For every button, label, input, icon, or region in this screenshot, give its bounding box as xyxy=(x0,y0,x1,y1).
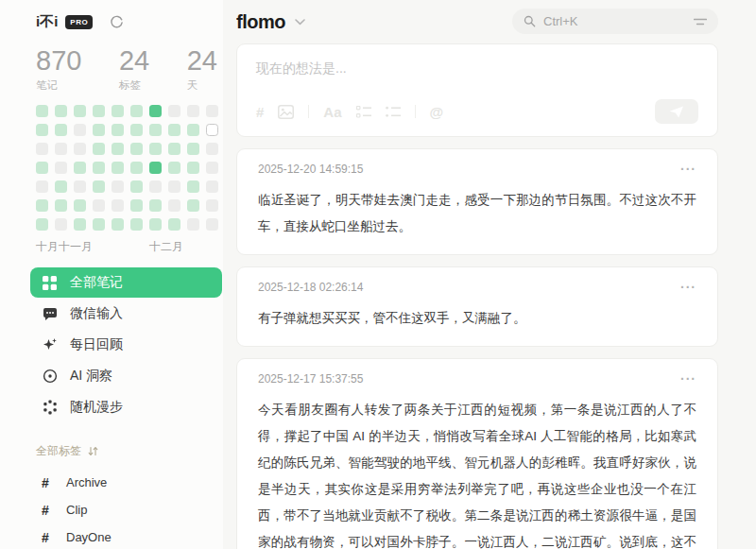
heatmap-cell[interactable] xyxy=(187,218,199,231)
heatmap-cell[interactable] xyxy=(74,218,86,231)
heatmap-cell[interactable] xyxy=(93,199,105,212)
heatmap-cell[interactable] xyxy=(149,124,162,136)
sidebar-item-all-notes[interactable]: 全部笔记 xyxy=(30,267,222,298)
heatmap-cell[interactable] xyxy=(130,124,143,136)
heatmap-cell[interactable] xyxy=(36,162,48,174)
chevron-down-icon[interactable] xyxy=(295,19,305,26)
heatmap-cell[interactable] xyxy=(130,162,143,174)
heatmap-cell[interactable] xyxy=(112,162,124,174)
sidebar-tag-archive[interactable]: #Archive xyxy=(42,469,223,496)
heatmap-cell[interactable] xyxy=(130,105,143,117)
heatmap-cell[interactable] xyxy=(130,218,143,231)
heatmap-cell[interactable] xyxy=(130,180,143,193)
heatmap-cell[interactable] xyxy=(112,143,124,155)
heatmap-cell[interactable] xyxy=(74,124,86,136)
heatmap-cell[interactable] xyxy=(187,124,199,136)
heatmap-cell[interactable] xyxy=(112,180,124,193)
tag-tool-icon[interactable]: # xyxy=(256,104,264,120)
heatmap-cell[interactable] xyxy=(187,199,199,212)
mention-tool-icon[interactable]: @ xyxy=(430,104,444,120)
sidebar-item-random-walk[interactable]: 随机漫步 xyxy=(30,392,222,422)
heatmap-cell[interactable] xyxy=(93,180,105,193)
heatmap-cell[interactable] xyxy=(93,143,105,155)
sidebar-tag-clip[interactable]: #Clip xyxy=(42,496,223,523)
heatmap-cell[interactable] xyxy=(149,105,162,117)
send-button[interactable] xyxy=(655,99,698,124)
heatmap-cell[interactable] xyxy=(206,162,218,174)
heatmap-cell[interactable] xyxy=(55,162,67,174)
stat-days[interactable]: 24 天 xyxy=(187,45,217,93)
heatmap-cell[interactable] xyxy=(55,124,67,136)
heatmap-cell[interactable] xyxy=(36,124,48,136)
heatmap-cell[interactable] xyxy=(74,180,86,193)
heatmap-cell[interactable] xyxy=(206,199,218,212)
heatmap-cell[interactable] xyxy=(187,180,199,193)
heatmap-cell[interactable] xyxy=(149,180,162,193)
heatmap-cell[interactable] xyxy=(93,105,105,117)
filter-icon[interactable] xyxy=(694,17,707,26)
image-tool-icon[interactable] xyxy=(278,105,294,119)
sidebar-item-wechat-input[interactable]: 微信输入 xyxy=(30,299,222,329)
note-composer[interactable]: 现在的想法是... #Aa@ xyxy=(236,43,718,137)
heatmap-cell[interactable] xyxy=(187,143,199,155)
heatmap-cell[interactable] xyxy=(168,162,180,174)
heatmap-cell[interactable] xyxy=(168,199,180,212)
heatmap-cell[interactable] xyxy=(168,218,180,231)
sync-refresh-icon[interactable] xyxy=(110,15,124,29)
heatmap-cell[interactable] xyxy=(55,105,67,117)
heatmap-cell[interactable] xyxy=(206,180,218,193)
heatmap-cell[interactable] xyxy=(74,143,86,155)
heatmap-cell[interactable] xyxy=(55,218,67,231)
heatmap-cell[interactable] xyxy=(112,124,124,136)
heatmap-cell[interactable] xyxy=(149,143,162,155)
heatmap-cell[interactable] xyxy=(168,180,180,193)
heatmap-cell[interactable] xyxy=(187,105,199,117)
heatmap-cell[interactable] xyxy=(168,105,180,117)
stat-tags[interactable]: 24 标签 xyxy=(119,45,149,93)
note-more-button[interactable]: ··· xyxy=(680,162,696,177)
heatmap-cell[interactable] xyxy=(74,162,86,174)
heatmap-cell[interactable] xyxy=(130,143,143,155)
heatmap-cell[interactable] xyxy=(36,105,48,117)
heatmap-cell[interactable] xyxy=(112,218,124,231)
heatmap-cell[interactable] xyxy=(36,218,48,231)
heatmap-cell[interactable] xyxy=(74,199,86,212)
sort-icon[interactable] xyxy=(88,446,98,456)
heatmap-cell[interactable] xyxy=(55,199,67,212)
heatmap-cell[interactable] xyxy=(36,199,48,212)
heatmap-cell[interactable] xyxy=(55,180,67,193)
heatmap-cell[interactable] xyxy=(93,124,105,136)
note-more-button[interactable]: ··· xyxy=(680,371,696,386)
heatmap-cell[interactable] xyxy=(149,199,162,212)
flomo-logo[interactable]: flomo xyxy=(236,11,285,33)
heatmap-cell[interactable] xyxy=(206,124,218,136)
heatmap-cell[interactable] xyxy=(74,105,86,117)
user-name[interactable]: i不i xyxy=(36,13,58,31)
heatmap-cell[interactable] xyxy=(206,218,218,231)
heatmap-cell[interactable] xyxy=(149,162,162,174)
note-more-button[interactable]: ··· xyxy=(680,280,696,295)
heatmap-cell[interactable] xyxy=(55,143,67,155)
tags-header[interactable]: 全部标签 xyxy=(36,443,223,459)
sidebar-item-daily-review[interactable]: 每日回顾 xyxy=(30,330,222,360)
format-tool-icon[interactable]: Aa xyxy=(323,104,341,120)
checklist-tool-icon[interactable] xyxy=(356,106,371,118)
heatmap-cell[interactable] xyxy=(130,199,143,212)
sidebar-tag-dayone[interactable]: #DayOne xyxy=(42,523,223,549)
heatmap-cell[interactable] xyxy=(168,143,180,155)
heatmap-cell[interactable] xyxy=(206,105,218,117)
heatmap-cell[interactable] xyxy=(112,199,124,212)
heatmap-cell[interactable] xyxy=(112,105,124,117)
heatmap-cell[interactable] xyxy=(93,162,105,174)
heatmap-cell[interactable] xyxy=(36,180,48,193)
heatmap-cell[interactable] xyxy=(168,124,180,136)
list-tool-icon[interactable] xyxy=(386,106,401,118)
sidebar-item-ai-insight[interactable]: AI 洞察 xyxy=(30,361,222,391)
heatmap-cell[interactable] xyxy=(149,218,162,231)
heatmap-cell[interactable] xyxy=(187,162,199,174)
stat-notes[interactable]: 870 笔记 xyxy=(36,45,81,93)
heatmap-cell[interactable] xyxy=(206,143,218,155)
search-input[interactable]: Ctrl+K xyxy=(512,9,718,34)
heatmap-cell[interactable] xyxy=(93,218,105,231)
heatmap-cell[interactable] xyxy=(36,143,48,155)
